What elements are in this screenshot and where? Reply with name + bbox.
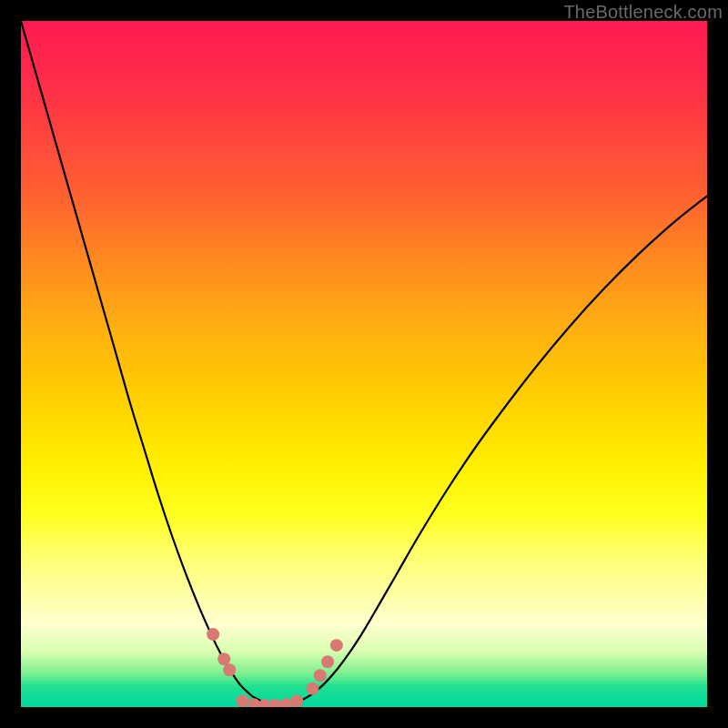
chart-marker — [217, 652, 230, 665]
chart-plot-area — [21, 21, 707, 707]
chart-marker — [207, 628, 219, 641]
chart-marker — [223, 663, 236, 676]
chart-marker — [279, 698, 292, 707]
curve-left — [21, 21, 282, 706]
chart-marker — [306, 682, 318, 695]
markers-group — [207, 628, 343, 707]
chart-marker — [290, 694, 303, 707]
curve-group — [21, 21, 707, 706]
chart-marker — [330, 639, 343, 652]
chart-marker — [268, 699, 281, 707]
chart-marker — [237, 694, 249, 707]
watermark-text: TheBottleneck.com — [563, 2, 723, 23]
chart-marker — [248, 698, 260, 707]
chart-marker — [321, 655, 334, 668]
chart-marker — [314, 669, 327, 682]
chart-svg — [21, 21, 707, 707]
curve-right — [282, 196, 707, 706]
chart-marker — [258, 699, 271, 707]
